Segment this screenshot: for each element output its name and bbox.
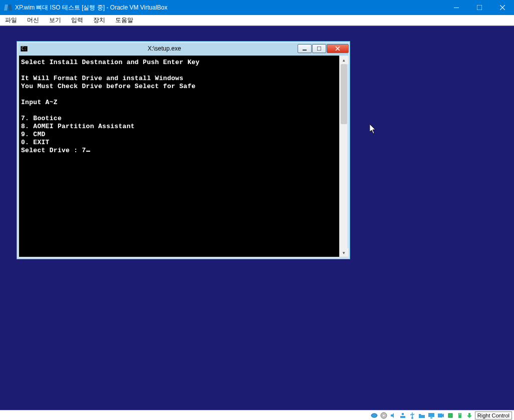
mouse-cursor-icon <box>370 124 377 134</box>
console-title: X:\setup.exe <box>31 45 298 52</box>
vbox-window-buttons <box>445 0 514 15</box>
vbox-title: XP.wim 뼈대 ISO 테스트 [실행 중] - Oracle VM Vir… <box>15 4 445 12</box>
scroll-up-button[interactable]: ▴ <box>340 56 348 64</box>
console-line: 7. Bootice <box>21 115 62 122</box>
svg-text:C:: C: <box>22 47 27 51</box>
usb-icon[interactable] <box>408 411 416 419</box>
recording-icon[interactable] <box>437 411 445 419</box>
console-line: Select Install Destnation and Push Enter… <box>21 59 199 66</box>
shared-folders-icon[interactable] <box>418 411 426 419</box>
console-line: It Will Format Drive and install Windows <box>21 75 183 82</box>
console-line: 9. CMD <box>21 131 46 138</box>
mouse-integration-icon[interactable] <box>456 411 464 419</box>
menu-devices[interactable]: 장치 <box>88 15 110 26</box>
svg-rect-14 <box>438 413 442 417</box>
display-icon[interactable] <box>427 411 435 419</box>
scroll-thumb[interactable] <box>341 64 347 124</box>
minimize-button[interactable] <box>445 0 468 15</box>
svg-rect-0 <box>454 8 459 8</box>
console-line: Input A~Z <box>21 99 58 106</box>
menu-file[interactable]: 파일 <box>0 15 22 26</box>
vbox-statusbar: Right Control <box>0 410 514 420</box>
guest-display[interactable]: C: X:\setup.exe Select Install Destnat <box>0 26 514 410</box>
svg-rect-13 <box>430 417 432 418</box>
svg-rect-4 <box>303 50 307 51</box>
console-maximize-button[interactable] <box>312 44 326 53</box>
menu-input[interactable]: 입력 <box>66 15 88 26</box>
svg-rect-9 <box>400 416 405 418</box>
svg-rect-10 <box>402 413 404 415</box>
virtualbox-window: XP.wim 뼈대 ISO 테스트 [실행 중] - Oracle VM Vir… <box>0 0 514 420</box>
svg-point-6 <box>371 413 377 417</box>
vbox-titlebar[interactable]: XP.wim 뼈대 ISO 테스트 [실행 중] - Oracle VM Vir… <box>0 0 514 15</box>
svg-rect-15 <box>448 413 452 417</box>
cpu-icon[interactable] <box>446 411 454 419</box>
menu-help[interactable]: 도움말 <box>110 15 138 26</box>
console-line: 8. AOMEI Partition Assistant <box>21 123 135 130</box>
audio-icon[interactable] <box>389 411 397 419</box>
text-cursor <box>86 151 90 152</box>
svg-rect-1 <box>477 5 482 10</box>
console-body: Select Install Destnation and Push Enter… <box>19 56 348 257</box>
console-titlebar[interactable]: C: X:\setup.exe <box>17 42 350 56</box>
console-close-button[interactable] <box>327 44 349 53</box>
close-button[interactable] <box>491 0 514 15</box>
console-line: Select Drive : 7 <box>21 147 86 154</box>
svg-rect-5 <box>317 47 321 51</box>
virtualbox-icon <box>4 4 12 12</box>
scroll-down-button[interactable]: ▾ <box>340 248 348 257</box>
menu-view[interactable]: 보기 <box>44 15 66 26</box>
hard-disk-icon[interactable] <box>370 411 378 419</box>
maximize-button[interactable] <box>468 0 491 15</box>
network-icon[interactable] <box>399 411 407 419</box>
console-scrollbar[interactable]: ▴ ▾ <box>339 56 348 257</box>
console-output[interactable]: Select Install Destnation and Push Enter… <box>19 56 339 257</box>
console-line: 0. EXIT <box>21 139 50 146</box>
console-minimize-button[interactable] <box>298 44 312 53</box>
keyboard-capture-icon[interactable] <box>465 411 473 419</box>
console-app-icon: C: <box>20 45 28 53</box>
menu-machine[interactable]: 머신 <box>22 15 44 26</box>
svg-point-8 <box>383 414 384 416</box>
console-line: You Must Check Drive before Select for S… <box>21 83 195 90</box>
vbox-menubar: 파일 머신 보기 입력 장치 도움말 <box>0 15 514 26</box>
optical-disc-icon[interactable] <box>380 411 388 419</box>
console-window: C: X:\setup.exe Select Install Destnat <box>17 41 350 259</box>
host-key-indicator[interactable]: Right Control <box>475 411 512 419</box>
console-window-buttons <box>298 44 349 53</box>
svg-rect-12 <box>428 413 434 417</box>
svg-point-11 <box>411 417 413 419</box>
